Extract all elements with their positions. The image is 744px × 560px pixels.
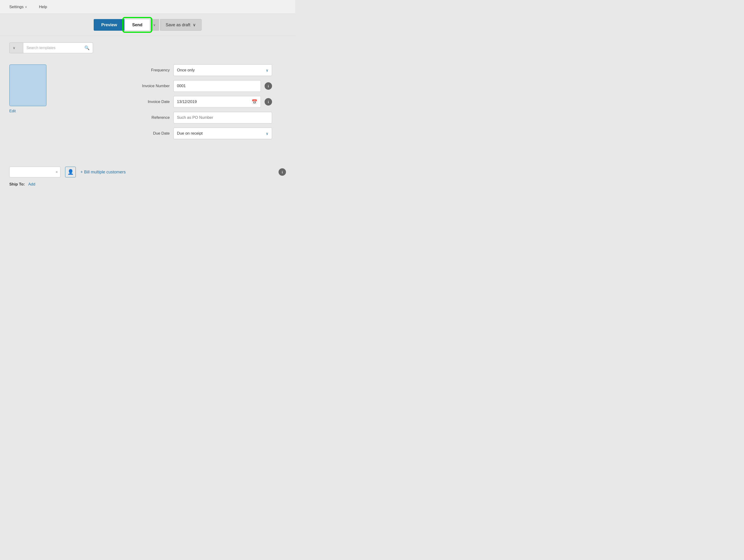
edit-link[interactable]: Edit	[9, 109, 16, 113]
preview-button[interactable]: Preview	[94, 19, 124, 31]
reference-input[interactable]	[174, 112, 272, 123]
invoice-date-info-icon[interactable]: i	[265, 98, 272, 106]
frequency-label: Frequency	[133, 68, 170, 73]
bottom-info-icon[interactable]: i	[278, 168, 286, 176]
due-date-value: Due on receipt	[177, 131, 203, 136]
invoice-date-label: Invoice Date	[133, 100, 170, 104]
person-icon-box[interactable]: 👤	[65, 167, 76, 177]
invoice-number-label: Invoice Number	[133, 84, 170, 88]
search-templates-container[interactable]: Search templates 🔍	[23, 42, 93, 53]
ship-to-add-link[interactable]: Add	[28, 182, 35, 186]
invoice-date-value: 13/12/2019	[177, 100, 197, 104]
due-date-select[interactable]: Due on receipt ∨	[174, 127, 272, 139]
frequency-value: Once only	[177, 68, 195, 73]
send-dropdown-button[interactable]: ∨	[150, 19, 159, 31]
invoice-date-row: Invoice Date 13/12/2019 📅 i	[133, 96, 272, 108]
bottom-left: × 👤 + Bill multiple customers	[9, 167, 126, 177]
template-dropdown[interactable]: ∨	[9, 42, 23, 53]
right-panel: Frequency Once only ∨ Invoice Number i I…	[61, 64, 286, 143]
settings-chevron: ∨	[25, 5, 27, 9]
top-nav: Settings ∨ Help	[0, 0, 295, 14]
help-nav[interactable]: Help	[39, 5, 47, 9]
invoice-number-info-icon[interactable]: i	[265, 82, 272, 90]
template-dropdown-chevron: ∨	[13, 46, 15, 50]
invoice-number-input[interactable]	[174, 80, 261, 92]
frequency-select[interactable]: Once only ∨	[174, 64, 272, 76]
settings-label: Settings	[9, 5, 24, 9]
send-button[interactable]: Send	[124, 19, 150, 31]
form-section: Frequency Once only ∨ Invoice Number i I…	[133, 64, 272, 139]
help-label: Help	[39, 5, 47, 9]
send-dropdown-chevron: ∨	[153, 23, 155, 27]
save-draft-label: Save as draft	[166, 23, 190, 28]
due-date-label: Due Date	[133, 131, 170, 136]
calendar-icon[interactable]: 📅	[252, 99, 257, 105]
search-icon: 🔍	[84, 45, 89, 50]
invoice-number-row: Invoice Number i	[133, 80, 272, 92]
due-date-chevron: ∨	[266, 132, 268, 136]
tag-box: ×	[9, 167, 61, 177]
send-wrapper: Send	[124, 19, 150, 31]
bottom-row: × 👤 + Bill multiple customers i	[0, 162, 295, 182]
reference-row: Reference	[133, 112, 272, 123]
ship-to-label: Ship To:	[9, 182, 25, 186]
template-preview-card	[9, 64, 46, 106]
save-draft-button[interactable]: Save as draft ∨	[160, 19, 201, 31]
save-draft-chevron: ∨	[193, 22, 196, 28]
toolbar: Preview Send ∨ Save as draft ∨	[0, 14, 295, 36]
main-content: Edit Frequency Once only ∨ Invoice Numbe…	[0, 60, 295, 153]
search-row: ∨ Search templates 🔍	[0, 36, 295, 60]
ship-to-row: Ship To: Add	[0, 182, 295, 191]
frequency-row: Frequency Once only ∨	[133, 64, 272, 76]
bill-multiple-link[interactable]: + Bill multiple customers	[80, 170, 126, 175]
settings-nav[interactable]: Settings ∨	[9, 5, 27, 9]
close-tag-icon[interactable]: ×	[55, 170, 58, 175]
due-date-row: Due Date Due on receipt ∨	[133, 127, 272, 139]
invoice-date-input[interactable]: 13/12/2019 📅	[174, 96, 261, 108]
left-panel: Edit	[9, 64, 51, 143]
frequency-chevron: ∨	[266, 68, 268, 73]
search-templates-placeholder: Search templates	[27, 46, 82, 50]
person-icon: 👤	[67, 169, 74, 175]
reference-label: Reference	[133, 115, 170, 120]
